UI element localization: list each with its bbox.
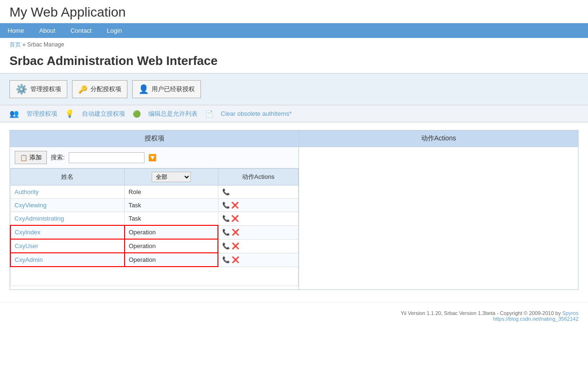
breadcrumb: 首页 » Srbac Manage (0, 38, 588, 52)
user-auth-button[interactable]: 👤 用户已经获授权 (132, 80, 201, 98)
search-bar: 📋 添加 搜索: 🔽 (10, 147, 299, 168)
key-icon: 🔑 (78, 85, 88, 94)
row-name-cell: CxyViewing (10, 199, 125, 212)
delete-icon[interactable]: ❌ (232, 242, 239, 250)
col-actions-header: 动作Actions (218, 169, 298, 185)
row-name-cell: CxyAdministrating (10, 212, 125, 226)
row-name-link[interactable]: CxyViewing (15, 202, 47, 209)
gear-icon: ⚙️ (16, 83, 27, 95)
navbar-list: Home About Contact Login (0, 23, 588, 38)
toolbar-edit-allow-list-link[interactable]: 编辑总是允许列表 (148, 110, 198, 118)
table-row-empty (10, 267, 299, 286)
manage-auth-button[interactable]: ⚙️ 管理授权项 (9, 80, 67, 98)
data-grid: 姓名 全部 Role Task Operation 动作Actions (10, 168, 299, 286)
row-actions-cell: 📞 ❌ (218, 253, 298, 267)
nav-link-home[interactable]: Home (0, 23, 32, 38)
assign-auth-label: 分配授权项 (90, 85, 121, 93)
bulb-icon: 💡 (65, 109, 74, 118)
user-auth-label: 用户已经获授权 (152, 85, 195, 93)
col-name-header: 姓名 (10, 169, 125, 185)
assign-auth-button[interactable]: 🔑 分配授权项 (72, 80, 127, 98)
footer-spyros-link[interactable]: Spyros (562, 310, 579, 316)
row-name-link[interactable]: CxyAdmin (15, 256, 43, 263)
page-heading: Srbac Administration Web Interface (0, 52, 588, 73)
row-actions-cell: 📞 ❌ (218, 199, 298, 212)
footer: Yii Version 1.1.20, Srbac Version 1.3bet… (0, 302, 588, 329)
phone-icon[interactable]: 📞 (222, 188, 230, 195)
delete-icon[interactable]: ❌ (231, 202, 239, 209)
filter-icon[interactable]: 🔽 (148, 154, 156, 161)
row-type-cell: Operation (125, 239, 218, 253)
person-icon: 👤 (138, 84, 149, 94)
row-type-cell: Operation (125, 253, 218, 267)
phone-icon[interactable]: 📞 (222, 256, 230, 263)
type-filter-select[interactable]: 全部 Role Task Operation (152, 172, 191, 182)
row-type-cell: Operation (125, 225, 218, 239)
manage-auth-label: 管理授权项 (30, 85, 61, 93)
toolbar-clear-link[interactable]: Clear obsolete authItems* (221, 110, 292, 117)
toolbar-auto-build-link[interactable]: 自动建立授权项 (82, 110, 125, 118)
footer-sub-text: https://blog.csdn.net/nating_3562142 (493, 316, 579, 322)
page-icon: 📄 (205, 110, 213, 118)
phone-icon[interactable]: 📞 (222, 215, 230, 222)
delete-icon[interactable]: ❌ (232, 229, 239, 236)
action-buttons-section: ⚙️ 管理授权项 🔑 分配授权项 👤 用户已经获授权 (0, 73, 588, 105)
col-type-header: 全部 Role Task Operation (125, 169, 218, 185)
row-actions-cell: 📞 ❌ (218, 225, 298, 239)
grid-header-row: 姓名 全部 Role Task Operation 动作Actions (10, 169, 299, 185)
app-title: My Web Application (9, 5, 579, 20)
breadcrumb-current: Srbac Manage (27, 41, 64, 48)
left-panel-header: 授权项 (10, 130, 299, 147)
nav-item-contact[interactable]: Contact (63, 23, 100, 38)
nav-item-login[interactable]: Login (99, 23, 129, 38)
table-row: CxyUser Operation 📞 ❌ (10, 239, 299, 253)
nav-link-contact[interactable]: Contact (63, 23, 100, 38)
breadcrumb-separator: » (22, 41, 26, 48)
delete-icon[interactable]: ❌ (232, 256, 239, 263)
right-panel-content (299, 147, 578, 289)
search-label: 搜索: (51, 153, 65, 162)
row-name-cell: CxyUser (10, 239, 125, 253)
toolbar-manage-auth-link[interactable]: 管理授权项 (27, 110, 57, 118)
nav-link-login[interactable]: Login (99, 23, 129, 38)
row-type-cell: Task (125, 212, 218, 226)
row-name-link[interactable]: Authority (15, 188, 39, 195)
table-row: CxyAdministrating Task 📞 ❌ (10, 212, 299, 226)
breadcrumb-home-link[interactable]: 首页 (9, 41, 21, 48)
users-icon: 👥 (9, 109, 19, 118)
row-name-link[interactable]: CxyAdministrating (15, 215, 64, 222)
navbar: Home About Contact Login (0, 23, 588, 38)
nav-link-about[interactable]: About (32, 23, 63, 38)
search-input[interactable] (69, 152, 145, 163)
toolbar: 👥 管理授权项 💡 自动建立授权项 🟢 编辑总是允许列表 📄 Clear obs… (0, 105, 588, 122)
add-label: 添加 (29, 153, 42, 162)
row-name-cell: CxyIndex (10, 225, 125, 239)
row-name-cell: Authority (10, 185, 125, 199)
footer-text: Yii Version 1.1.20, Srbac Version 1.3bet… (401, 310, 562, 316)
row-actions-cell: 📞 ❌ (218, 239, 298, 253)
phone-icon[interactable]: 📞 (222, 229, 230, 236)
row-actions-cell: 📞 (218, 185, 298, 199)
row-type-cell: Role (125, 185, 218, 199)
main-content: 授权项 📋 添加 搜索: 🔽 姓名 全部 (0, 122, 588, 297)
nav-item-home[interactable]: Home (0, 23, 32, 38)
green-circle-icon: 🟢 (133, 110, 141, 118)
left-panel: 授权项 📋 添加 搜索: 🔽 姓名 全部 (10, 130, 299, 289)
empty-row-cell (10, 267, 299, 286)
add-icon: 📋 (20, 154, 27, 161)
table-row: CxyIndex Operation 📞 ❌ (10, 225, 299, 239)
nav-item-about[interactable]: About (32, 23, 63, 38)
row-name-cell: CxyAdmin (10, 253, 125, 267)
row-type-cell: Task (125, 199, 218, 212)
table-row: CxyAdmin Operation 📞 ❌ (10, 253, 299, 267)
right-panel: 动作Actions (299, 130, 578, 289)
row-name-link[interactable]: CxyIndex (15, 229, 40, 236)
table-row: Authority Role 📞 (10, 185, 299, 199)
delete-icon[interactable]: ❌ (231, 215, 239, 222)
add-button[interactable]: 📋 添加 (15, 151, 47, 164)
phone-icon[interactable]: 📞 (222, 242, 230, 250)
data-table-wrapper: 授权项 📋 添加 搜索: 🔽 姓名 全部 (9, 130, 579, 290)
row-name-link[interactable]: CxyUser (15, 242, 38, 250)
row-actions-cell: 📞 ❌ (218, 212, 298, 226)
phone-icon[interactable]: 📞 (222, 202, 230, 209)
